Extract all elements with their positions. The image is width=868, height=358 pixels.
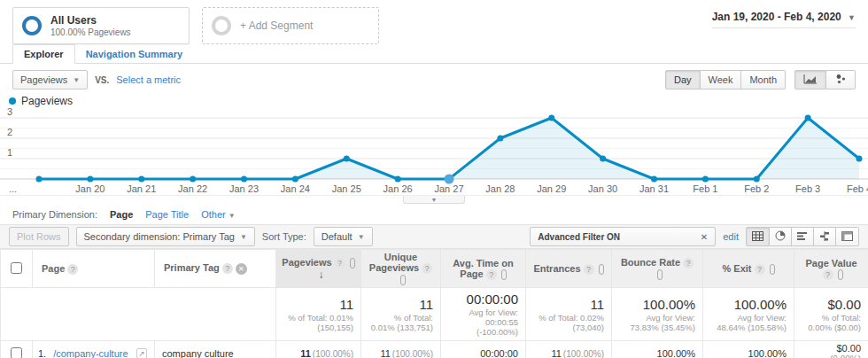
compare-average-icon[interactable]	[770, 264, 775, 275]
help-icon[interactable]: ?	[422, 263, 432, 274]
unique-pageviews-cell: 11(100.00%)	[361, 341, 441, 358]
tab-navigation-summary[interactable]: Navigation Summary	[75, 45, 193, 63]
primary-dimension-page-title[interactable]: Page Title	[145, 209, 189, 220]
remove-filter-icon[interactable]: ✕	[694, 232, 715, 242]
performance-view-button[interactable]	[792, 227, 814, 246]
column-header-avg-time-on-page[interactable]: Avg. Time on Page?	[441, 250, 526, 288]
segment-ring-icon	[22, 16, 42, 35]
table-toolbar: Plot Rows Secondary dimension: Primary T…	[0, 224, 868, 249]
compare-average-icon[interactable]	[350, 258, 355, 268]
granularity-day-button[interactable]: Day	[665, 70, 701, 90]
help-icon[interactable]: ?	[67, 264, 78, 275]
svg-text:1: 1	[7, 147, 12, 158]
help-icon[interactable]: ?	[222, 263, 233, 274]
granularity-month-button[interactable]: Month	[741, 70, 786, 90]
summary-percent-exit: 100.00% Avg for View: 48.64% (105.58%)	[703, 288, 794, 341]
column-header-page[interactable]: Page?	[33, 250, 155, 288]
tab-explorer[interactable]: Explorer	[12, 44, 75, 64]
help-icon[interactable]: ?	[584, 264, 594, 275]
metric-toolbar: Pageviews ▼ VS. Select a metric Day Week…	[0, 64, 868, 94]
help-icon[interactable]: ?	[683, 258, 694, 268]
primary-dimension-page[interactable]: Page	[110, 209, 133, 220]
svg-text:Feb 1: Feb 1	[693, 183, 717, 194]
svg-text:Jan 24: Jan 24	[281, 183, 310, 194]
pageviews-line-chart: 123...Jan 20Jan 21Jan 22Jan 23Jan 24Jan …	[0, 106, 868, 195]
header-row: Page? Primary Tag?✕ Pageviews?↓ Unique P…	[1, 250, 868, 288]
column-label: Pageviews	[282, 257, 331, 268]
percent-exit-cell: 100.00%	[703, 341, 794, 358]
sort-descending-icon: ↓	[319, 268, 324, 281]
segments-bar: All Users 100.00% Pageviews + Add Segmen…	[0, 0, 868, 44]
column-header-page-value[interactable]: Page Value?	[794, 250, 868, 288]
column-label: Bounce Rate	[621, 257, 680, 268]
compare-average-icon[interactable]	[657, 269, 663, 280]
page-value-cell: $0.00 (0.00%)	[794, 341, 868, 358]
metric-select-value: Pageviews	[20, 74, 67, 85]
plot-rows-button[interactable]: Plot Rows	[9, 227, 69, 246]
compare-average-icon[interactable]	[400, 275, 406, 285]
column-header-entrances[interactable]: Entrances?	[526, 250, 612, 288]
column-label: Page	[42, 263, 65, 274]
compare-average-icon[interactable]	[501, 269, 507, 280]
secondary-dimension-button[interactable]: Secondary dimension: Primary Tag ▼	[76, 227, 255, 246]
avg-time-cell: 00:00:00	[441, 341, 526, 358]
report-table: Page? Primary Tag?✕ Pageviews?↓ Unique P…	[0, 249, 868, 358]
help-icon[interactable]: ?	[755, 264, 765, 275]
row-index: 1.	[38, 348, 46, 358]
svg-text:3: 3	[7, 106, 12, 117]
data-view-button[interactable]	[746, 227, 770, 246]
summary-entrances: 11 % of Total: 0.02% (73,040)	[526, 288, 612, 341]
select-a-metric-link[interactable]: Select a metric	[116, 74, 181, 85]
metric-select[interactable]: Pageviews ▼	[12, 70, 88, 90]
column-header-pageviews[interactable]: Pageviews?↓	[276, 250, 361, 288]
pivot-icon	[841, 231, 853, 243]
edit-filter-link[interactable]: edit	[723, 231, 739, 242]
sort-type-button[interactable]: Default ▼	[314, 227, 373, 246]
comparison-icon	[819, 231, 830, 243]
column-label: Page Value	[805, 258, 856, 268]
select-all-checkbox[interactable]	[11, 262, 22, 274]
entrances-cell: 11(100.00%)	[526, 341, 612, 358]
add-segment-button[interactable]: + Add Segment	[202, 7, 379, 44]
line-chart-icon	[803, 74, 818, 86]
pie-chart-icon	[775, 230, 786, 243]
segment-all-users[interactable]: All Users 100.00% Pageviews	[12, 7, 190, 44]
summary-row: 11 % of Total: 0.01% (150,155) 11 % of T…	[1, 288, 868, 341]
column-header-primary-tag[interactable]: Primary Tag?✕	[155, 250, 276, 288]
compare-average-icon[interactable]	[599, 264, 604, 275]
column-header-unique-pageviews[interactable]: Unique Pageviews?	[361, 250, 441, 288]
column-label: Unique Pageviews	[369, 252, 419, 273]
percentage-view-button[interactable]	[770, 227, 792, 246]
primary-dimension-other[interactable]: Other ▼	[201, 209, 236, 220]
svg-text:Jan 29: Jan 29	[537, 183, 566, 194]
svg-text:Jan 26: Jan 26	[384, 183, 413, 194]
summary-pageviews: 11 % of Total: 0.01% (150,155)	[276, 288, 361, 341]
help-icon[interactable]: ?	[335, 258, 345, 268]
primary-dimension-row: Primary Dimension: Page Page Title Other…	[0, 204, 868, 224]
column-header-bounce-rate[interactable]: Bounce Rate?	[612, 250, 703, 288]
annotations-strip: ▼	[0, 195, 868, 204]
bounce-rate-cell: 100.00%	[612, 341, 703, 358]
view-toggle-group	[746, 227, 859, 246]
granularity-week-button[interactable]: Week	[701, 70, 742, 90]
page-link[interactable]: /company-culture	[53, 348, 128, 358]
help-icon[interactable]: ?	[486, 269, 497, 280]
date-range-selector[interactable]: Jan 19, 2020 - Feb 4, 2020 ▼	[712, 11, 856, 28]
annotations-toggle[interactable]: ▼	[403, 196, 465, 204]
compare-average-icon[interactable]	[838, 269, 843, 280]
horizontal-bars-icon	[797, 231, 808, 243]
line-chart-view-button[interactable]	[794, 70, 826, 90]
series-dot-icon	[9, 97, 16, 105]
pivot-view-button[interactable]	[836, 227, 859, 246]
motion-chart-view-button[interactable]	[826, 70, 856, 90]
svg-text:Feb 3: Feb 3	[795, 183, 820, 194]
svg-text:2: 2	[7, 127, 12, 137]
remove-secondary-dimension-icon[interactable]: ✕	[236, 263, 247, 275]
comparison-view-button[interactable]	[814, 227, 836, 246]
add-segment-ring-icon	[212, 16, 231, 35]
summary-page-value: $0.00 % of Total: 0.00% ($0.00)	[794, 288, 868, 341]
open-page-icon[interactable]: ↗	[136, 348, 147, 358]
column-header-percent-exit[interactable]: % Exit?	[703, 250, 794, 288]
row-checkbox[interactable]	[11, 347, 22, 358]
help-icon[interactable]: ?	[823, 269, 833, 280]
